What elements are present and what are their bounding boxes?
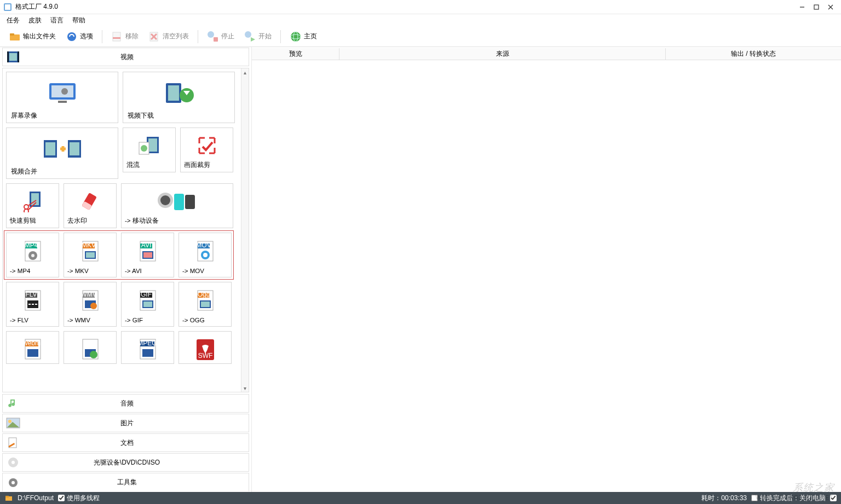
second-status-checkbox[interactable] bbox=[830, 495, 837, 501]
svg-rect-27 bbox=[58, 101, 67, 103]
tile-to-mov[interactable]: MOV -> MOV bbox=[178, 233, 232, 277]
music-note-icon bbox=[5, 396, 21, 410]
stop-button[interactable]: 停止 bbox=[204, 29, 238, 44]
svg-rect-81 bbox=[35, 304, 37, 305]
tile-to-mpeg[interactable]: MPEG bbox=[121, 331, 174, 364]
svg-point-28 bbox=[61, 88, 68, 95]
mobile-devices-icon bbox=[155, 188, 199, 215]
tile-to-mp4[interactable]: MP4 -> MP4 bbox=[6, 233, 59, 277]
menu-skin[interactable]: 皮肤 bbox=[28, 16, 42, 25]
svg-point-116 bbox=[11, 461, 15, 464]
home-button[interactable]: 主页 bbox=[286, 29, 320, 44]
svg-point-8 bbox=[67, 32, 76, 41]
task-list-header: 预览 来源 输出 / 转换状态 bbox=[252, 48, 841, 60]
avi-file-icon: AVI bbox=[136, 237, 160, 265]
titlebar: 格式工厂 4.9.0 bbox=[0, 0, 841, 14]
wmv-file-icon: WMV bbox=[78, 287, 102, 315]
column-preview[interactable]: 预览 bbox=[252, 48, 339, 60]
tile-to-avi[interactable]: AVI -> AVI bbox=[121, 233, 174, 277]
tile-to-3gp[interactable] bbox=[64, 331, 117, 364]
maximize-button[interactable] bbox=[809, 2, 823, 13]
tile-to-webm[interactable]: webm bbox=[6, 331, 59, 364]
tile-screen-record[interactable]: 屏幕录像 bbox=[6, 72, 118, 123]
video-tiles: 屏幕录像 视频下载 视频合并 混流 bbox=[3, 68, 241, 367]
tile-crop[interactable]: 画面裁剪 bbox=[180, 128, 233, 172]
output-folder-button[interactable]: 输出文件夹 bbox=[5, 29, 59, 44]
svg-text:FLV: FLV bbox=[25, 291, 37, 298]
clear-button[interactable]: 清空列表 bbox=[145, 29, 192, 44]
toolbar: 输出文件夹 选项 移除 清空列表 停止 开始 主页 bbox=[0, 26, 841, 47]
scroll-up-icon[interactable]: ▴ bbox=[241, 68, 249, 76]
category-document[interactable]: 文档 bbox=[2, 433, 249, 452]
minimize-button[interactable] bbox=[795, 2, 809, 13]
start-button[interactable]: 开始 bbox=[241, 29, 275, 44]
toolbar-separator bbox=[102, 30, 102, 43]
toolbar-separator bbox=[280, 30, 281, 43]
gear-icon bbox=[5, 476, 21, 490]
options-label: 选项 bbox=[80, 32, 93, 41]
tile-to-mobile[interactable]: -> 移动设备 bbox=[121, 183, 233, 228]
svg-rect-7 bbox=[10, 33, 14, 36]
video-tiles-wrap: 屏幕录像 视频下载 视频合并 混流 bbox=[2, 68, 249, 392]
tile-video-download[interactable]: 视频下载 bbox=[123, 72, 235, 123]
options-icon bbox=[66, 31, 78, 43]
tile-label: -> MOV bbox=[179, 265, 231, 277]
output-path[interactable]: D:\FFOutput bbox=[18, 494, 54, 502]
output-folder-label: 输出文件夹 bbox=[23, 32, 56, 41]
menu-language[interactable]: 语言 bbox=[50, 16, 64, 25]
tile-label: 去水印 bbox=[64, 215, 116, 228]
tile-to-ogg[interactable]: Ogg -> OGG bbox=[178, 282, 232, 327]
tile-label: -> MP4 bbox=[7, 265, 59, 277]
screen-record-icon bbox=[46, 77, 79, 109]
menu-task[interactable]: 任务 bbox=[7, 16, 20, 25]
svg-rect-54 bbox=[185, 195, 195, 209]
tiles-scrollbar[interactable]: ▴ ▾ bbox=[241, 68, 249, 392]
multithread-checkbox[interactable] bbox=[58, 495, 65, 501]
svg-text:WMV: WMV bbox=[80, 291, 96, 298]
category-audio-label: 音频 bbox=[21, 399, 249, 408]
tile-quick-cut[interactable]: 快速剪辑 bbox=[6, 183, 59, 228]
tile-video-merge[interactable]: 视频合并 bbox=[6, 128, 118, 179]
tile-mux[interactable]: 混流 bbox=[123, 128, 176, 172]
main-area: 视频 屏幕录像 视频下载 视 bbox=[0, 47, 841, 492]
app-icon bbox=[3, 3, 12, 11]
remove-button[interactable]: 移除 bbox=[108, 29, 142, 44]
3gp-file-icon bbox=[78, 336, 102, 363]
category-toolkit[interactable]: 工具集 bbox=[2, 473, 249, 491]
second-status-toggle[interactable] bbox=[830, 495, 837, 501]
tile-label: -> WMV bbox=[64, 315, 116, 326]
svg-rect-9 bbox=[113, 32, 120, 41]
svg-point-16 bbox=[245, 31, 251, 38]
tile-to-swf[interactable]: SWF bbox=[178, 331, 232, 364]
tile-label: -> GIF bbox=[122, 315, 174, 326]
tile-to-mkv[interactable]: MKV -> MKV bbox=[64, 233, 117, 277]
category-audio[interactable]: 音频 bbox=[2, 394, 249, 413]
shutdown-label: 转换完成后：关闭电脑 bbox=[760, 494, 826, 503]
tile-label: -> FLV bbox=[7, 315, 59, 326]
scroll-down-icon[interactable]: ▾ bbox=[241, 384, 249, 392]
category-disc[interactable]: 光驱设备\DVD\CD\ISO bbox=[2, 453, 249, 472]
close-button[interactable] bbox=[823, 2, 838, 13]
tile-to-flv[interactable]: FLV -> FLV bbox=[6, 282, 59, 327]
start-icon bbox=[244, 31, 256, 43]
tile-to-gif[interactable]: GIF -> GIF bbox=[121, 282, 174, 327]
shutdown-toggle[interactable]: 转换完成后：关闭电脑 bbox=[751, 494, 826, 503]
folder-small-icon[interactable] bbox=[4, 494, 13, 502]
svg-rect-120 bbox=[5, 496, 9, 497]
task-list-body[interactable] bbox=[252, 60, 841, 492]
category-video[interactable]: 视频 bbox=[2, 48, 249, 66]
tile-label: -> AVI bbox=[122, 265, 174, 277]
column-source[interactable]: 来源 bbox=[339, 48, 666, 60]
shutdown-checkbox[interactable] bbox=[751, 495, 758, 501]
eraser-icon bbox=[79, 188, 101, 215]
menu-help[interactable]: 帮助 bbox=[72, 16, 85, 25]
options-button[interactable]: 选项 bbox=[62, 29, 96, 44]
multithread-label: 使用多线程 bbox=[67, 494, 100, 503]
multithread-toggle[interactable]: 使用多线程 bbox=[58, 494, 100, 503]
column-status[interactable]: 输出 / 转换状态 bbox=[666, 48, 841, 60]
category-image[interactable]: 图片 bbox=[2, 414, 249, 432]
stop-icon bbox=[207, 31, 219, 43]
tile-to-wmv[interactable]: WMV -> WMV bbox=[64, 282, 117, 327]
svg-point-42 bbox=[141, 145, 147, 152]
tile-remove-watermark[interactable]: 去水印 bbox=[64, 183, 117, 228]
